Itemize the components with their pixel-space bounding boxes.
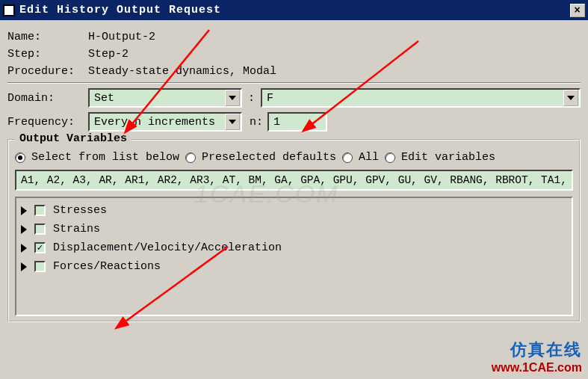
tree-label: Displacement/Velocity/Acceleration <box>53 241 282 254</box>
step-label: Step: <box>7 48 88 61</box>
domain-colon: : <box>242 92 261 105</box>
close-button[interactable]: × <box>570 4 585 17</box>
checkbox-strains[interactable] <box>34 224 46 235</box>
chevron-down-icon[interactable] <box>225 114 240 130</box>
titlebar: Edit History Output Request × <box>0 0 588 20</box>
expand-icon[interactable] <box>21 206 27 215</box>
radio-all[interactable] <box>342 152 353 163</box>
domain-name-select[interactable]: F <box>261 88 581 108</box>
domain-row: Domain: Set : F <box>7 88 581 108</box>
procedure-label: Procedure: <box>7 65 88 78</box>
tree-row-displacement[interactable]: Displacement/Velocity/Acceleration <box>21 238 567 257</box>
tree-label: Forces/Reactions <box>53 260 161 273</box>
name-value: H-Output-2 <box>88 31 155 43</box>
frequency-mode-select[interactable]: Every n increments <box>88 112 242 132</box>
domain-type-select[interactable]: Set <box>88 88 242 108</box>
radio-edit-variables-label: Edit variables <box>401 151 495 164</box>
expand-icon[interactable] <box>21 262 27 271</box>
output-mode-radios: Select from list below Preselected defau… <box>15 151 573 164</box>
tree-row-strains[interactable]: Strains <box>21 220 567 238</box>
radio-edit-variables[interactable] <box>385 152 395 163</box>
output-variables-fieldset: Output Variables Select from list below … <box>7 139 581 322</box>
checkbox-stresses[interactable] <box>34 205 46 216</box>
frequency-mode-value: Every n increments <box>94 116 215 129</box>
domain-name-value: F <box>267 92 273 105</box>
n-input[interactable]: 1 <box>267 112 327 132</box>
domain-label: Domain: <box>7 92 88 105</box>
radio-preselected-defaults-label: Preselected defaults <box>202 151 336 164</box>
tree-label: Strains <box>53 223 100 235</box>
frequency-row: Frequency: Every n increments n: 1 <box>7 112 581 132</box>
expand-icon[interactable] <box>21 244 27 253</box>
radio-select-from-list[interactable] <box>15 152 25 163</box>
expand-icon[interactable] <box>21 225 27 234</box>
radio-preselected-defaults[interactable] <box>185 152 196 163</box>
tree-row-stresses[interactable]: Stresses <box>21 201 567 220</box>
chevron-down-icon[interactable] <box>225 90 240 106</box>
window-title: Edit History Output Request <box>19 4 570 16</box>
window-icon <box>3 4 15 16</box>
n-label: n: <box>242 116 267 129</box>
name-row: Name: H-Output-2 <box>7 31 581 43</box>
tree-label: Stresses <box>53 204 107 217</box>
tree-row-forces[interactable]: Forces/Reactions <box>21 257 567 276</box>
checkbox-forces[interactable] <box>34 261 46 272</box>
name-label: Name: <box>7 31 88 43</box>
watermark-url: www.1CAE.com <box>492 361 582 375</box>
variables-tree[interactable]: Stresses Strains Displacement/Velocity/A… <box>15 197 573 316</box>
chevron-down-icon[interactable] <box>563 90 578 106</box>
separator <box>7 82 581 84</box>
procedure-row: Procedure: Steady-state dynamics, Modal <box>7 65 581 78</box>
radio-select-from-list-label: Select from list below <box>31 151 179 164</box>
step-value: Step-2 <box>88 48 129 61</box>
checkbox-displacement[interactable] <box>34 242 46 253</box>
output-variables-legend: Output Variables <box>15 132 131 145</box>
domain-type-value: Set <box>94 92 114 105</box>
variables-summary: A1, A2, A3, AR, AR1, AR2, AR3, AT, BM, G… <box>15 170 573 191</box>
frequency-label: Frequency: <box>7 116 88 129</box>
step-row: Step: Step-2 <box>7 48 581 61</box>
watermark-corner: 仿真在线 www.1CAE.com <box>492 339 582 375</box>
n-value: 1 <box>273 116 280 129</box>
procedure-value: Steady-state dynamics, Modal <box>88 65 276 78</box>
dialog-body: Name: H-Output-2 Step: Step-2 Procedure:… <box>0 20 588 322</box>
radio-all-label: All <box>359 151 379 164</box>
watermark-cn: 仿真在线 <box>492 339 582 361</box>
